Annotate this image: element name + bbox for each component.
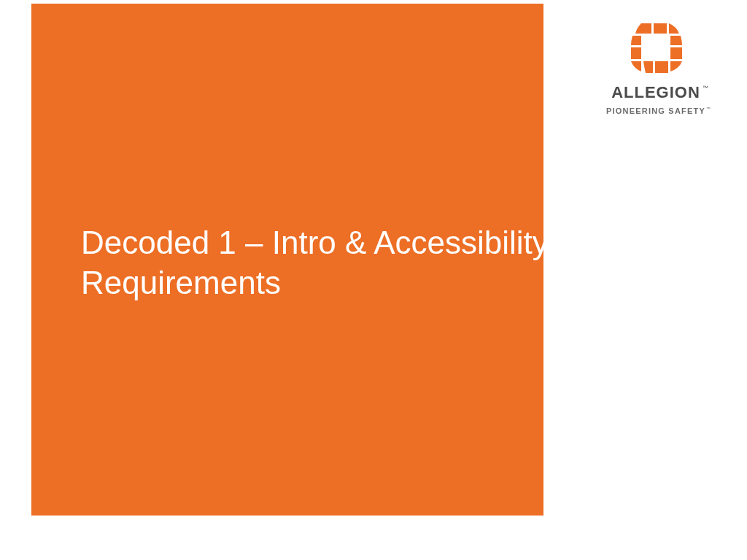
brand-tagline-text: PIONEERING SAFETY	[606, 106, 705, 115]
svg-rect-2	[670, 47, 682, 59]
trademark-symbol: ™	[703, 85, 709, 91]
brand-name: ALLEGION ™	[611, 83, 700, 102]
slide: Decoded 1 – Intro & Accessibility Requir…	[0, 0, 747, 560]
slide-title: Decoded 1 – Intro & Accessibility Requir…	[81, 222, 555, 303]
brand-tagline: PIONEERING SAFETY ™	[606, 106, 705, 115]
allegion-logo-icon	[628, 23, 684, 74]
svg-rect-1	[631, 47, 641, 59]
brand-logo: ALLEGION ™ PIONEERING SAFETY ™	[594, 23, 718, 115]
svg-rect-0	[654, 23, 667, 34]
title-block: Decoded 1 – Intro & Accessibility Requir…	[31, 4, 543, 516]
trademark-symbol: ™	[706, 106, 711, 111]
svg-rect-3	[655, 61, 668, 73]
brand-name-text: ALLEGION	[611, 83, 700, 101]
